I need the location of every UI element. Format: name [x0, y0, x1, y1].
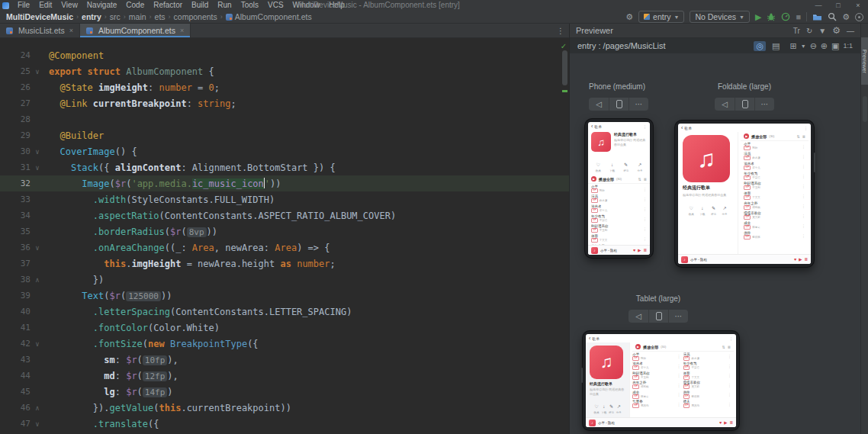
editor-tab[interactable]: MusicList.ets×	[0, 24, 80, 37]
minimize-icon[interactable]: —	[809, 0, 828, 11]
breadcrumb-item[interactable]: ets	[153, 12, 167, 21]
menu-code[interactable]: Code	[121, 1, 149, 9]
menu-edit[interactable]: Edit	[34, 1, 56, 9]
component-tree-icon[interactable]: ▤	[770, 41, 782, 51]
more-tabs-icon[interactable]: ⋮	[552, 27, 569, 35]
line-number: 41	[0, 323, 31, 333]
text-render-icon[interactable]: Tr	[793, 27, 800, 35]
hide-panel-icon[interactable]: —	[847, 27, 854, 35]
vip-badge: VIP	[683, 356, 690, 361]
sort-icon: ⇅	[638, 177, 641, 182]
fold-icon[interactable]: ∨	[31, 340, 44, 348]
breadcrumb-item[interactable]: MultiDeviceMusic	[5, 12, 75, 21]
song-artist: 李玉刚	[600, 229, 608, 232]
fold-icon[interactable]: ∨	[31, 420, 44, 428]
fold-icon[interactable]: ∨	[31, 148, 44, 156]
code-area: 24@Component25∨export struct AlbumCompon…	[0, 38, 569, 432]
previewer-panel-title: Previewer	[576, 26, 613, 35]
rotate-button[interactable]	[648, 310, 668, 323]
menu-run[interactable]: Run	[213, 1, 236, 9]
settings-sync-icon[interactable]: ⚙	[625, 13, 633, 21]
code-text: Image($r('app.media.ic_music_icon'))	[44, 178, 281, 189]
more-button[interactable]: ⋯	[754, 98, 774, 111]
gear-icon[interactable]: ⚙	[842, 13, 850, 21]
code-editor[interactable]: 24@Component25∨export struct AlbumCompon…	[0, 38, 569, 434]
menu-refactor[interactable]: Refactor	[149, 1, 187, 9]
song-info: 年少有为VIP李荣浩	[591, 214, 641, 223]
close-icon[interactable]: ×	[69, 27, 73, 34]
panel-gear-icon[interactable]: ⚙	[832, 25, 841, 36]
refresh-icon[interactable]: ↻	[806, 27, 812, 35]
more-button[interactable]: ⋯	[668, 310, 688, 323]
back-button[interactable]: ◁	[628, 310, 648, 323]
inspector-toggle-icon[interactable]: ◎	[754, 41, 766, 51]
vcs-change-marker	[562, 90, 567, 92]
layout-grid-icon[interactable]: ⊞	[786, 41, 796, 51]
song-more-icon: ⋮	[800, 154, 805, 159]
breadcrumb-item[interactable]: src	[108, 12, 122, 21]
rotate-button[interactable]	[735, 98, 754, 111]
list-icon: ≣	[728, 345, 731, 349]
menu-vcs[interactable]: VCS	[263, 1, 288, 9]
song-more-icon: ⋮	[641, 187, 647, 191]
back-button[interactable]: ◁	[715, 98, 735, 111]
fit-screen-icon[interactable]: ▣	[831, 41, 839, 51]
debug-icon[interactable]	[767, 12, 776, 21]
device-selector[interactable]: No Devices ▼	[690, 11, 750, 23]
tool-stripe-tab-previewer[interactable]: Previewer	[861, 37, 868, 85]
menu-file[interactable]: File	[13, 1, 34, 9]
album-pane: ♫经典流行歌单精选华语流行·民谣经典曲目合集♡收藏↓下载✎评论↗分享	[678, 132, 738, 254]
phone-screen: ‹歌单⋮♫经典流行歌单精选华语流行·民谣经典曲目合集♡收藏↓下载✎评论↗分享▶播…	[588, 122, 650, 255]
close-icon[interactable]: ×	[180, 27, 184, 34]
menu-build[interactable]: Build	[187, 1, 213, 9]
search-icon[interactable]	[828, 12, 837, 21]
song-row: 年少有为VIP李荣浩⋮	[591, 214, 647, 223]
more-icon: ⋮	[804, 126, 808, 130]
run-button[interactable]: ▶	[755, 13, 761, 21]
page-title: 歌单	[592, 336, 600, 341]
vip-badge: VIP	[744, 175, 751, 180]
breadcrumb-item[interactable]: AlbumComponent.ets	[224, 12, 313, 21]
chevron-down-icon[interactable]: ▼	[801, 43, 806, 49]
profiler-icon[interactable]	[781, 12, 790, 21]
profile-icon[interactable]	[855, 13, 863, 21]
breadcrumb-item[interactable]: entry	[80, 12, 103, 21]
menu-view[interactable]: View	[56, 1, 82, 9]
close-icon[interactable]: ×	[848, 0, 868, 11]
back-button[interactable]: ◁	[589, 98, 609, 111]
fold-icon[interactable]: ∨	[31, 244, 44, 252]
rotate-button[interactable]	[609, 98, 628, 111]
zoom-ratio-label[interactable]: 1:1	[843, 42, 853, 50]
filter-icon[interactable]: ▼	[818, 27, 826, 35]
editor-tab[interactable]: AlbumComponent.ets×	[80, 24, 191, 37]
song-info: 体面VIP于文文	[744, 191, 800, 200]
play-all-label: 播放全部	[599, 177, 614, 182]
fold-icon[interactable]: ∨	[31, 164, 44, 172]
song-more-icon: ⋮	[726, 402, 731, 407]
project-folder-icon[interactable]	[812, 13, 822, 21]
sort-icons: ⇅≣	[638, 177, 647, 182]
fold-icon[interactable]: ∧	[31, 276, 44, 284]
module-selector[interactable]: entry ▼	[638, 11, 684, 23]
editor-scrollbar[interactable]	[562, 50, 567, 85]
action-share: ↗分享	[616, 397, 622, 414]
line-number: 28	[0, 114, 31, 124]
line-number: 34	[0, 211, 31, 220]
fold-icon[interactable]: ∧	[31, 404, 44, 412]
song-more-icon: ⋮	[726, 364, 731, 368]
tool-stripe-tab[interactable]	[863, 96, 867, 122]
breadcrumb-item[interactable]: components	[172, 12, 219, 21]
zoom-out-icon[interactable]: ⊖	[810, 41, 817, 51]
stop-button[interactable]: ■	[796, 13, 801, 21]
play-icon: ▶	[591, 176, 596, 182]
breadcrumb-item[interactable]: main	[127, 12, 148, 21]
action-download: ↓下载	[609, 156, 615, 172]
zoom-in-icon[interactable]: ⊕	[821, 41, 828, 51]
song-artist: 陈粒	[752, 146, 757, 149]
maximize-icon[interactable]: □	[828, 0, 848, 11]
album-desc: 精选华语流行·民谣经典曲目合集	[683, 193, 733, 198]
fold-icon[interactable]: ∨	[31, 68, 44, 76]
menu-navigate[interactable]: Navigate	[82, 1, 121, 9]
more-button[interactable]: ⋯	[628, 98, 648, 111]
menu-tools[interactable]: Tools	[236, 1, 263, 9]
